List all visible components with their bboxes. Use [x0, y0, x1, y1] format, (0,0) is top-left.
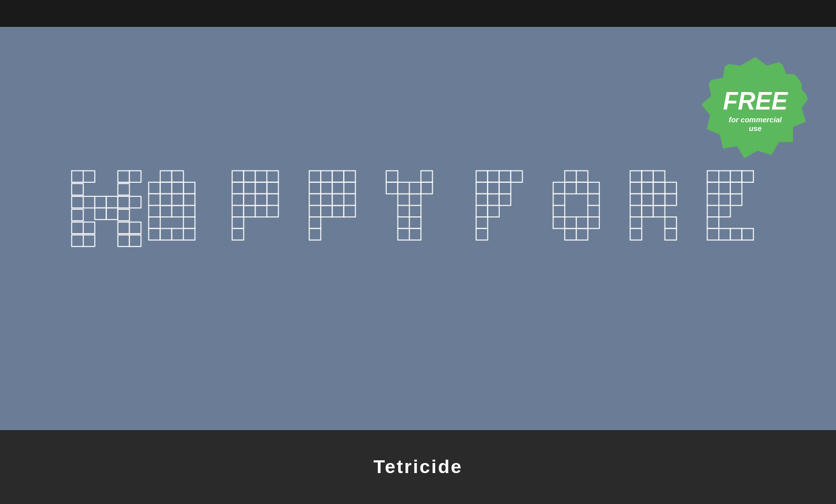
svg-rect-93: [409, 182, 420, 194]
svg-rect-41: [172, 182, 183, 194]
svg-rect-142: [707, 171, 718, 182]
svg-rect-30: [149, 206, 160, 217]
svg-rect-51: [266, 194, 278, 205]
svg-rect-37: [160, 228, 172, 240]
svg-rect-29: [183, 194, 194, 205]
svg-rect-15: [118, 183, 129, 195]
svg-rect-56: [232, 217, 243, 228]
svg-rect-107: [488, 206, 499, 217]
svg-rect-124: [630, 171, 642, 182]
free-badge[interactable]: FREE for commercial use: [701, 57, 809, 165]
svg-rect-155: [742, 228, 753, 240]
svg-rect-46: [255, 171, 266, 182]
svg-rect-73: [344, 206, 355, 217]
svg-rect-152: [707, 228, 718, 240]
svg-rect-109: [576, 171, 587, 182]
svg-rect-116: [553, 217, 564, 228]
badge-circle: FREE for commercial use: [701, 57, 809, 165]
svg-rect-157: [730, 182, 741, 194]
svg-rect-60: [243, 194, 255, 205]
svg-rect-147: [707, 194, 718, 205]
svg-rect-85: [409, 194, 420, 205]
svg-rect-40: [160, 182, 172, 194]
svg-rect-94: [476, 171, 487, 182]
svg-rect-67: [344, 182, 355, 194]
svg-rect-26: [149, 182, 160, 194]
svg-rect-36: [149, 228, 160, 240]
svg-rect-77: [332, 182, 344, 194]
svg-rect-74: [309, 217, 320, 228]
svg-rect-21: [129, 196, 141, 208]
svg-rect-90: [397, 228, 409, 240]
svg-rect-55: [266, 206, 278, 217]
svg-rect-23: [129, 235, 141, 247]
svg-rect-84: [397, 194, 409, 205]
svg-rect-53: [243, 206, 255, 217]
svg-rect-12: [94, 208, 106, 219]
main-preview: FREE for commercial use: [0, 27, 836, 430]
svg-rect-52: [232, 206, 243, 217]
svg-rect-156: [718, 182, 730, 194]
svg-rect-100: [488, 194, 499, 205]
svg-rect-44: [232, 171, 243, 182]
svg-rect-95: [488, 171, 499, 182]
svg-rect-2: [71, 196, 83, 208]
bottom-bar: Tetricide: [0, 430, 836, 504]
svg-rect-38: [172, 228, 183, 240]
svg-rect-118: [564, 228, 576, 240]
svg-rect-87: [409, 206, 420, 217]
svg-rect-103: [476, 217, 487, 228]
svg-rect-139: [653, 182, 664, 194]
svg-rect-113: [588, 194, 599, 205]
svg-rect-35: [183, 217, 194, 228]
badge-use-text: use: [749, 124, 762, 132]
badge-free-text: FREE: [723, 89, 788, 114]
svg-rect-91: [409, 228, 420, 240]
svg-rect-140: [642, 194, 653, 205]
svg-rect-123: [576, 217, 587, 228]
svg-rect-64: [332, 171, 344, 182]
svg-rect-153: [718, 228, 730, 240]
svg-rect-78: [320, 194, 332, 205]
svg-rect-144: [730, 171, 741, 182]
svg-rect-45: [243, 171, 255, 182]
svg-rect-8: [83, 222, 94, 233]
svg-rect-7: [83, 196, 94, 208]
svg-rect-148: [718, 194, 730, 205]
svg-rect-127: [630, 182, 642, 194]
svg-rect-14: [118, 171, 129, 182]
svg-rect-33: [183, 206, 194, 217]
svg-rect-28: [149, 194, 160, 205]
svg-rect-146: [707, 182, 718, 194]
svg-rect-120: [564, 182, 576, 194]
svg-rect-59: [255, 182, 266, 194]
svg-rect-71: [320, 206, 332, 217]
svg-rect-130: [664, 194, 676, 205]
font-name-label: Tetricide: [373, 456, 463, 478]
svg-rect-48: [232, 182, 243, 194]
svg-rect-96: [499, 171, 510, 182]
svg-rect-16: [118, 196, 129, 208]
svg-rect-50: [232, 194, 243, 205]
svg-rect-49: [266, 182, 278, 194]
svg-rect-86: [397, 206, 409, 217]
svg-rect-154: [730, 228, 741, 240]
svg-rect-82: [386, 182, 397, 194]
svg-rect-102: [476, 206, 487, 217]
svg-rect-17: [118, 209, 129, 220]
svg-rect-31: [160, 206, 172, 217]
svg-rect-136: [630, 228, 642, 240]
svg-rect-9: [83, 235, 94, 247]
svg-rect-13: [106, 208, 118, 219]
svg-rect-3: [71, 209, 83, 220]
svg-rect-150: [707, 206, 718, 217]
svg-rect-43: [172, 194, 183, 205]
svg-rect-101: [499, 194, 510, 205]
svg-rect-70: [309, 206, 320, 217]
svg-rect-20: [129, 171, 141, 182]
svg-rect-138: [642, 182, 653, 194]
svg-rect-68: [309, 194, 320, 205]
svg-rect-79: [332, 194, 344, 205]
svg-rect-132: [642, 206, 653, 217]
svg-rect-158: [718, 206, 730, 217]
